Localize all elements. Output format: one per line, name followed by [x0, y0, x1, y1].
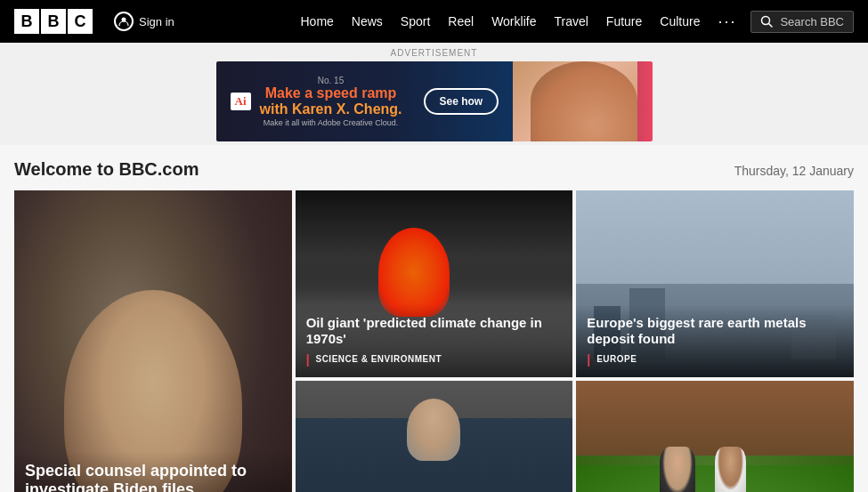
nav-travel[interactable]: Travel — [554, 14, 588, 28]
nav-news[interactable]: News — [352, 14, 383, 28]
featured-card-fulham[interactable]: Joao Felix sent off on debut as Chelsea … — [576, 381, 854, 492]
welcome-title: Welcome to BBC.com — [14, 159, 199, 180]
oil-card-tag: SCIENCE & ENVIRONMENT — [306, 352, 442, 367]
nav-future[interactable]: Future — [606, 14, 642, 28]
svg-line-2 — [769, 24, 773, 28]
player1 — [660, 447, 695, 493]
date-display: Thursday, 12 January — [734, 164, 854, 178]
player2 — [715, 447, 746, 493]
biden-image — [14, 190, 292, 492]
nav-worklife[interactable]: Worklife — [491, 14, 536, 28]
main-content: Welcome to BBC.com Thursday, 12 January … — [0, 145, 868, 492]
main-card-title: Special counsel appointed to investigate… — [25, 462, 281, 492]
nav-home[interactable]: Home — [300, 14, 333, 28]
bbc-logo-b1: B — [14, 9, 39, 34]
ad-person-image — [513, 61, 637, 141]
sign-in-button[interactable]: Sign in — [114, 12, 174, 31]
sky-bg — [576, 190, 854, 284]
oil-card-overlay: Oil giant 'predicted climate change in 1… — [296, 304, 573, 377]
search-icon — [760, 15, 773, 28]
ad-person-oval — [531, 61, 637, 141]
site-header: B B C Sign in Home News Sport Reel Workl… — [0, 0, 868, 43]
adobe-logo: Ai — [231, 93, 251, 110]
bbc-logo-b2: B — [41, 9, 66, 34]
search-box[interactable]: Search BBC — [750, 11, 854, 33]
ad-container: ADVERTISEMENT Ai No. 15 Make a speed ram… — [0, 43, 868, 145]
ad-label: ADVERTISEMENT — [0, 48, 868, 58]
main-card-overlay: Special counsel appointed to investigate… — [14, 451, 292, 492]
more-menu-button[interactable]: ··· — [718, 12, 736, 31]
ad-cta-button[interactable]: See how — [424, 88, 499, 115]
featured-grid: Special counsel appointed to investigate… — [14, 190, 854, 492]
rare-earth-card-tag: EUROPE — [587, 352, 637, 367]
ad-no-label: No. 15 — [260, 76, 402, 85]
featured-card-jury[interactable]: Punishment for skipping jury duty? A 30 … — [296, 381, 573, 492]
bbc-logo[interactable]: B B C — [14, 9, 93, 34]
ad-content: Ai No. 15 Make a speed ramp with Karen X… — [216, 76, 514, 127]
featured-main-card[interactable]: Special counsel appointed to investigate… — [14, 190, 292, 492]
stadium-crowd — [576, 381, 854, 456]
user-icon — [114, 12, 134, 31]
nav-culture[interactable]: Culture — [660, 14, 700, 28]
nav-reel[interactable]: Reel — [448, 14, 474, 28]
ad-headline: Make a speed ramp with Karen X. Cheng. — [260, 85, 402, 117]
ad-subtext: Make it all with Adobe Creative Cloud. — [260, 118, 402, 127]
bbc-logo-c: C — [68, 9, 93, 34]
sign-in-label: Sign in — [139, 15, 174, 28]
ad-text: No. 15 Make a speed ramp with Karen X. C… — [260, 76, 402, 127]
rare-earth-card-title: Europe's biggest rare earth metals depos… — [587, 315, 843, 347]
ad-banner[interactable]: Ai No. 15 Make a speed ramp with Karen X… — [216, 61, 653, 141]
welcome-header: Welcome to BBC.com Thursday, 12 January — [14, 159, 854, 180]
fulham-image — [576, 381, 854, 492]
featured-card-rare-earth[interactable]: Europe's biggest rare earth metals depos… — [576, 190, 854, 377]
nav-sport[interactable]: Sport — [401, 14, 430, 28]
main-nav: Home News Sport Reel Worklife Travel Fut… — [300, 12, 736, 31]
rare-earth-card-overlay: Europe's biggest rare earth metals depos… — [576, 304, 854, 377]
search-label: Search BBC — [780, 15, 844, 28]
oil-card-title: Oil giant 'predicted climate change in 1… — [306, 315, 563, 347]
featured-card-oil[interactable]: Oil giant 'predicted climate change in 1… — [296, 190, 573, 377]
figure-head — [407, 399, 460, 461]
jury-image — [296, 381, 573, 492]
